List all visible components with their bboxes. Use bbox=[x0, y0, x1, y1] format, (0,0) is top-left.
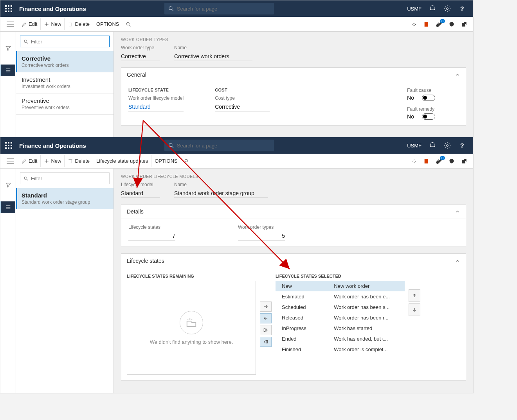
personalize-icon[interactable] bbox=[411, 158, 418, 165]
options-button[interactable]: OPTIONS bbox=[151, 155, 181, 167]
lifecycle-updates-button[interactable]: Lifecycle state updates bbox=[93, 155, 151, 167]
delete-button[interactable]: Delete bbox=[65, 18, 93, 30]
office-addin-icon[interactable] bbox=[423, 158, 430, 165]
svg-point-27 bbox=[24, 40, 27, 43]
move-all-left-button[interactable] bbox=[260, 337, 272, 347]
field-label: Name bbox=[174, 45, 252, 50]
field-value[interactable]: 7 bbox=[128, 232, 175, 241]
nav-toggle-icon[interactable] bbox=[4, 18, 16, 30]
card-header[interactable]: Details bbox=[121, 205, 466, 219]
field-value[interactable]: Corrective bbox=[215, 102, 270, 111]
refresh-icon[interactable] bbox=[448, 158, 455, 165]
list-item[interactable]: Preventive Preventive work orders bbox=[16, 93, 113, 115]
nav-toggle-icon[interactable] bbox=[4, 155, 16, 167]
settings-icon[interactable] bbox=[443, 142, 451, 149]
move-left-button[interactable] bbox=[260, 313, 272, 323]
attachments-icon[interactable]: 0 bbox=[436, 21, 443, 28]
breadcrumb: WORK ORDER TYPES bbox=[121, 37, 466, 42]
filter-input[interactable] bbox=[31, 176, 106, 181]
company-code[interactable]: USMF bbox=[407, 143, 422, 149]
move-down-button[interactable] bbox=[409, 303, 420, 316]
help-icon[interactable]: ? bbox=[458, 5, 466, 13]
field-value[interactable]: Standard bbox=[121, 189, 160, 198]
new-button[interactable]: New bbox=[41, 155, 65, 167]
state-row[interactable]: FinishedWork order is complet... bbox=[276, 344, 405, 355]
move-right-button[interactable] bbox=[260, 302, 272, 312]
fault-cause-toggle[interactable]: No bbox=[407, 95, 435, 101]
app-title: Finance and Operations bbox=[19, 5, 86, 12]
notifications-icon[interactable] bbox=[429, 5, 436, 13]
svg-rect-30 bbox=[8, 142, 9, 144]
title-right: USMF ? bbox=[407, 5, 473, 13]
personalize-icon[interactable] bbox=[411, 21, 418, 28]
page-search-button[interactable] bbox=[181, 155, 193, 167]
header-fields: Lifecycle model Standard Name Standard w… bbox=[121, 182, 466, 198]
list-pane: Standard Standard work order stage group bbox=[16, 169, 114, 393]
svg-rect-33 bbox=[8, 145, 9, 146]
help-icon[interactable]: ? bbox=[458, 142, 466, 149]
popout-icon[interactable] bbox=[461, 21, 468, 28]
attachments-icon[interactable]: 0 bbox=[436, 158, 443, 165]
field-value[interactable]: Corrective work orders bbox=[174, 52, 252, 61]
card-header[interactable]: General bbox=[121, 68, 466, 82]
card-header[interactable]: Lifecycle states bbox=[121, 254, 466, 268]
double-arrow-right-icon bbox=[263, 327, 268, 333]
toggle-switch bbox=[422, 113, 435, 120]
section-cost: COST Cost type Corrective bbox=[215, 88, 270, 120]
state-row[interactable]: ReleasedWork order has been r... bbox=[276, 312, 405, 323]
list-item[interactable]: Corrective Corrective work orders bbox=[16, 51, 113, 72]
state-desc: Work order has been r... bbox=[328, 312, 405, 323]
field-value[interactable]: 5 bbox=[238, 232, 285, 241]
svg-line-39 bbox=[172, 146, 173, 148]
state-name: InProgress bbox=[276, 323, 328, 334]
global-search-input[interactable] bbox=[177, 6, 270, 12]
move-all-right-button[interactable] bbox=[260, 325, 272, 335]
edit-button[interactable]: Edit bbox=[18, 155, 41, 167]
state-desc: New work order bbox=[328, 281, 405, 291]
new-button[interactable]: New bbox=[41, 18, 65, 30]
state-row[interactable]: InProgressWork has started bbox=[276, 323, 405, 334]
options-button[interactable]: OPTIONS bbox=[93, 18, 122, 30]
delete-button[interactable]: Delete bbox=[65, 155, 93, 167]
global-search[interactable] bbox=[164, 140, 274, 151]
list-filter[interactable] bbox=[20, 172, 110, 184]
state-desc: Work order is complet... bbox=[328, 344, 405, 355]
field-value[interactable]: Corrective bbox=[121, 52, 160, 61]
edit-button[interactable]: Edit bbox=[18, 18, 41, 30]
lifecycle-model-link[interactable]: Standard bbox=[128, 102, 184, 111]
action-bar: Edit New Delete Lifecycle state updates … bbox=[0, 154, 473, 169]
list-filter[interactable] bbox=[20, 36, 110, 47]
notifications-icon[interactable] bbox=[429, 142, 436, 149]
page-search-button[interactable] bbox=[122, 18, 134, 30]
content-area: Corrective Corrective work orders Invest… bbox=[0, 32, 473, 138]
popout-icon[interactable] bbox=[461, 158, 468, 165]
state-name: Scheduled bbox=[276, 302, 328, 312]
svg-rect-2 bbox=[11, 5, 12, 7]
field-value[interactable]: Standard work order stage group bbox=[174, 189, 268, 198]
svg-point-11 bbox=[447, 8, 449, 10]
filter-rail-icon[interactable] bbox=[4, 43, 13, 53]
list-view-icon[interactable] bbox=[0, 65, 15, 76]
company-code[interactable]: USMF bbox=[407, 6, 422, 12]
list-item[interactable]: Standard Standard work order stage group bbox=[16, 188, 113, 209]
fault-remedy-toggle[interactable]: No bbox=[407, 113, 435, 120]
field-label: Work order type bbox=[121, 45, 160, 50]
list-view-icon[interactable] bbox=[0, 201, 15, 213]
filter-input[interactable] bbox=[31, 39, 106, 45]
chevron-up-icon bbox=[455, 209, 460, 214]
app-launcher-icon[interactable] bbox=[0, 0, 17, 17]
state-row[interactable]: EstimatedWork order has been e... bbox=[276, 291, 405, 302]
state-row[interactable]: NewNew work order bbox=[276, 281, 405, 291]
settings-icon[interactable] bbox=[443, 5, 451, 13]
filter-rail-icon[interactable] bbox=[4, 180, 13, 190]
state-desc: Work order has been s... bbox=[328, 302, 405, 312]
refresh-icon[interactable] bbox=[448, 21, 455, 28]
state-row[interactable]: EndedWork has ended, but t... bbox=[276, 334, 405, 344]
global-search[interactable] bbox=[164, 3, 274, 14]
state-row[interactable]: ScheduledWork order has been s... bbox=[276, 302, 405, 312]
move-up-button[interactable] bbox=[409, 289, 420, 302]
global-search-input[interactable] bbox=[177, 143, 270, 149]
office-addin-icon[interactable] bbox=[423, 21, 430, 28]
app-launcher-icon[interactable] bbox=[0, 137, 17, 154]
list-item[interactable]: Investment Investment work orders bbox=[16, 72, 113, 93]
